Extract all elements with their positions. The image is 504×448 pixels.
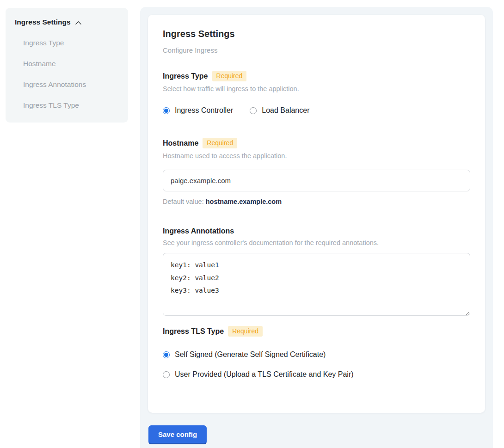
radio-self-signed[interactable]: Self Signed (Generate Self Signed Certif… bbox=[163, 350, 470, 359]
radio-user-provided-label: User Provided (Upload a TLS Certificate … bbox=[175, 370, 354, 379]
sidebar-item-ingress-tls-type[interactable]: Ingress TLS Type bbox=[23, 101, 119, 110]
ingress-type-description: Select how traffic will ingress to the a… bbox=[163, 85, 470, 92]
radio-selected-icon[interactable] bbox=[163, 107, 170, 114]
section-hostname: Hostname Required Hostname used to acces… bbox=[163, 138, 470, 205]
page-title: Ingress Settings bbox=[163, 29, 470, 39]
radio-unselected-icon[interactable] bbox=[250, 107, 257, 114]
radio-user-provided[interactable]: User Provided (Upload a TLS Certificate … bbox=[163, 370, 470, 379]
section-ingress-type: Ingress Type Required Select how traffic… bbox=[163, 71, 470, 115]
ingress-tls-type-label: Ingress TLS Type bbox=[163, 327, 224, 336]
hostname-label: Hostname bbox=[163, 139, 198, 147]
hostname-input[interactable] bbox=[163, 170, 470, 191]
sidebar-item-ingress-annotations[interactable]: Ingress Annotations bbox=[23, 80, 119, 89]
radio-ingress-controller-label: Ingress Controller bbox=[175, 106, 233, 115]
radio-load-balancer[interactable]: Load Balancer bbox=[250, 106, 309, 115]
radio-selected-icon[interactable] bbox=[163, 351, 170, 358]
hostname-description: Hostname used to access the application. bbox=[163, 152, 470, 160]
ingress-annotations-description: See your ingress controller's documentat… bbox=[163, 239, 470, 246]
required-badge: Required bbox=[203, 138, 237, 148]
sidebar-header[interactable]: Ingress Settings bbox=[15, 18, 119, 26]
radio-self-signed-label: Self Signed (Generate Self Signed Certif… bbox=[175, 350, 326, 359]
hostname-default-label: Default value: bbox=[163, 198, 204, 205]
save-config-button[interactable]: Save config bbox=[148, 425, 207, 444]
section-ingress-tls-type: Ingress TLS Type Required Self Signed (G… bbox=[163, 326, 470, 379]
chevron-up-icon bbox=[75, 19, 82, 25]
sidebar-item-ingress-type[interactable]: Ingress Type bbox=[23, 39, 119, 47]
ingress-type-label: Ingress Type bbox=[163, 72, 208, 80]
ingress-tls-type-radio-group: Self Signed (Generate Self Signed Certif… bbox=[163, 350, 470, 379]
required-badge: Required bbox=[212, 71, 247, 81]
ingress-annotations-label: Ingress Annotations bbox=[163, 227, 234, 235]
ingress-settings-card: Ingress Settings Configure Ingress Ingre… bbox=[148, 15, 485, 413]
radio-unselected-icon[interactable] bbox=[163, 371, 170, 378]
sidebar-item-hostname[interactable]: Hostname bbox=[23, 60, 119, 68]
sidebar: Ingress Settings Ingress Type Hostname I… bbox=[6, 8, 128, 123]
hostname-default-line: Default value: hostname.example.com bbox=[163, 198, 470, 205]
required-badge: Required bbox=[228, 326, 263, 337]
settings-panel: Ingress Settings Configure Ingress Ingre… bbox=[140, 7, 493, 448]
sidebar-header-label: Ingress Settings bbox=[15, 18, 71, 26]
page-subtitle: Configure Ingress bbox=[163, 46, 470, 54]
hostname-default-value: hostname.example.com bbox=[206, 198, 282, 205]
radio-ingress-controller[interactable]: Ingress Controller bbox=[163, 106, 233, 115]
ingress-annotations-textarea[interactable]: key1: value1 key2: value2 key3: value3 bbox=[163, 253, 470, 316]
ingress-type-radio-group: Ingress Controller Load Balancer bbox=[163, 106, 470, 115]
radio-load-balancer-label: Load Balancer bbox=[262, 106, 309, 115]
section-ingress-annotations: Ingress Annotations See your ingress con… bbox=[163, 227, 470, 316]
